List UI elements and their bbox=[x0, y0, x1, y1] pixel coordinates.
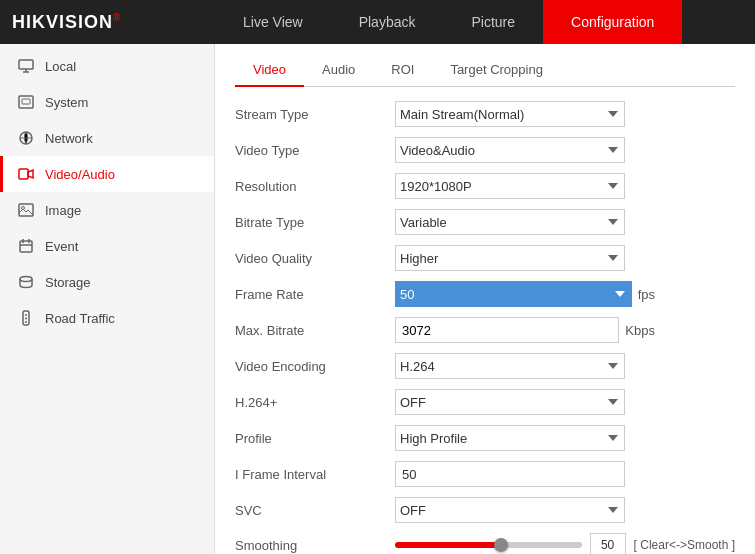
max-bitrate-row: Max. Bitrate Kbps bbox=[235, 317, 735, 343]
video-encoding-control: H.264 H.265 bbox=[395, 353, 625, 379]
main-content: Video Audio ROI Target Cropping Stream T… bbox=[215, 44, 755, 554]
svg-point-12 bbox=[25, 321, 27, 323]
i-frame-interval-row: I Frame Interval bbox=[235, 461, 735, 487]
bitrate-type-select[interactable]: Variable Constant bbox=[395, 209, 625, 235]
frame-rate-row: Frame Rate 12345 6781012 15162025 50 fps bbox=[235, 281, 735, 307]
nav-playback[interactable]: Playback bbox=[331, 0, 444, 44]
fps-label: fps bbox=[638, 287, 655, 302]
smoothing-value: 50 bbox=[590, 533, 626, 554]
video-quality-label: Video Quality bbox=[235, 251, 395, 266]
resolution-label: Resolution bbox=[235, 179, 395, 194]
video-type-select[interactable]: Video&Audio Video bbox=[395, 137, 625, 163]
max-bitrate-input[interactable] bbox=[395, 317, 619, 343]
stream-type-row: Stream Type Main Stream(Normal) Sub Stre… bbox=[235, 101, 735, 127]
sidebar-item-system[interactable]: System bbox=[0, 84, 214, 120]
sidebar-item-video-audio[interactable]: Video/Audio bbox=[0, 156, 214, 192]
kbps-label: Kbps bbox=[625, 323, 655, 338]
resolution-control: 1920*1080P 1280*720P bbox=[395, 173, 625, 199]
bitrate-type-control: Variable Constant bbox=[395, 209, 625, 235]
sidebar-label-storage: Storage bbox=[45, 275, 91, 290]
h264-plus-label: H.264+ bbox=[235, 395, 395, 410]
video-encoding-select[interactable]: H.264 H.265 bbox=[395, 353, 625, 379]
system-icon bbox=[17, 93, 35, 111]
video-quality-select[interactable]: Lowest Lower Medium Higher Highest bbox=[395, 245, 625, 271]
sidebar-label-video-audio: Video/Audio bbox=[45, 167, 115, 182]
smoothing-slider-track bbox=[395, 542, 582, 548]
nav-live-view[interactable]: Live View bbox=[215, 0, 331, 44]
i-frame-interval-input[interactable] bbox=[395, 461, 625, 487]
video-encoding-row: Video Encoding H.264 H.265 bbox=[235, 353, 735, 379]
sidebar-item-local[interactable]: Local bbox=[0, 48, 214, 84]
monitor-icon bbox=[17, 57, 35, 75]
video-type-label: Video Type bbox=[235, 143, 395, 158]
network-icon bbox=[17, 129, 35, 147]
tab-roi[interactable]: ROI bbox=[373, 54, 432, 87]
i-frame-interval-control bbox=[395, 461, 625, 487]
bitrate-wrap: Kbps bbox=[395, 317, 655, 343]
image-icon bbox=[17, 201, 35, 219]
nav-items: Live View Playback Picture Configuration bbox=[215, 0, 755, 44]
smoothing-wrap: 50 [ Clear<->Smooth ] bbox=[395, 533, 735, 554]
video-icon bbox=[17, 165, 35, 183]
main-layout: Local System Network Video/Audio bbox=[0, 44, 755, 554]
logo-area: HIKVISION® bbox=[0, 12, 215, 33]
frame-rate-select[interactable]: 12345 6781012 15162025 50 bbox=[395, 281, 632, 307]
stream-type-label: Stream Type bbox=[235, 107, 395, 122]
resolution-select[interactable]: 1920*1080P 1280*720P bbox=[395, 173, 625, 199]
video-type-control: Video&Audio Video bbox=[395, 137, 625, 163]
sidebar-item-road-traffic[interactable]: Road Traffic bbox=[0, 300, 214, 336]
sidebar-item-network[interactable]: Network bbox=[0, 120, 214, 156]
profile-label: Profile bbox=[235, 431, 395, 446]
sidebar-label-network: Network bbox=[45, 131, 93, 146]
sidebar-label-image: Image bbox=[45, 203, 81, 218]
sub-tabs: Video Audio ROI Target Cropping bbox=[235, 54, 735, 87]
video-encoding-label: Video Encoding bbox=[235, 359, 395, 374]
svg-rect-1 bbox=[19, 96, 33, 108]
video-type-row: Video Type Video&Audio Video bbox=[235, 137, 735, 163]
nav-picture[interactable]: Picture bbox=[443, 0, 543, 44]
brand-name: HIKVISION® bbox=[12, 12, 121, 33]
sidebar: Local System Network Video/Audio bbox=[0, 44, 215, 554]
frame-rate-wrap: 12345 6781012 15162025 50 fps bbox=[395, 281, 655, 307]
svc-row: SVC OFF ON bbox=[235, 497, 735, 523]
tab-target-cropping[interactable]: Target Cropping bbox=[432, 54, 561, 87]
video-quality-row: Video Quality Lowest Lower Medium Higher… bbox=[235, 245, 735, 271]
resolution-row: Resolution 1920*1080P 1280*720P bbox=[235, 173, 735, 199]
storage-icon bbox=[17, 273, 35, 291]
top-nav: HIKVISION® Live View Playback Picture Co… bbox=[0, 0, 755, 44]
video-quality-control: Lowest Lower Medium Higher Highest bbox=[395, 245, 625, 271]
sidebar-label-system: System bbox=[45, 95, 88, 110]
stream-type-select[interactable]: Main Stream(Normal) Sub Stream bbox=[395, 101, 625, 127]
svg-point-8 bbox=[20, 277, 32, 282]
profile-row: Profile Baseline Profile Main Profile Hi… bbox=[235, 425, 735, 451]
svg-rect-7 bbox=[20, 241, 32, 252]
svg-rect-2 bbox=[22, 99, 30, 104]
smoothing-slider-thumb[interactable] bbox=[494, 538, 508, 552]
stream-type-control: Main Stream(Normal) Sub Stream bbox=[395, 101, 625, 127]
brand-name-text: HIKVISION bbox=[12, 12, 113, 32]
sidebar-label-road-traffic: Road Traffic bbox=[45, 311, 115, 326]
svc-select[interactable]: OFF ON bbox=[395, 497, 625, 523]
trademark: ® bbox=[113, 12, 121, 23]
svg-rect-4 bbox=[19, 169, 28, 179]
sidebar-item-event[interactable]: Event bbox=[0, 228, 214, 264]
svg-point-11 bbox=[25, 318, 27, 320]
h264-plus-select[interactable]: OFF ON bbox=[395, 389, 625, 415]
sidebar-label-event: Event bbox=[45, 239, 78, 254]
smoothing-row: Smoothing 50 [ Clear<->Smooth ] bbox=[235, 533, 735, 554]
tab-video[interactable]: Video bbox=[235, 54, 304, 87]
profile-control: Baseline Profile Main Profile High Profi… bbox=[395, 425, 625, 451]
smoothing-label: Smoothing bbox=[235, 538, 395, 553]
svc-label: SVC bbox=[235, 503, 395, 518]
sidebar-item-image[interactable]: Image bbox=[0, 192, 214, 228]
bitrate-type-label: Bitrate Type bbox=[235, 215, 395, 230]
frame-rate-label: Frame Rate bbox=[235, 287, 395, 302]
svg-rect-5 bbox=[19, 204, 33, 216]
nav-configuration[interactable]: Configuration bbox=[543, 0, 682, 44]
sidebar-item-storage[interactable]: Storage bbox=[0, 264, 214, 300]
svg-rect-0 bbox=[19, 60, 33, 69]
profile-select[interactable]: Baseline Profile Main Profile High Profi… bbox=[395, 425, 625, 451]
tab-audio[interactable]: Audio bbox=[304, 54, 373, 87]
bitrate-type-row: Bitrate Type Variable Constant bbox=[235, 209, 735, 235]
h264-plus-row: H.264+ OFF ON bbox=[235, 389, 735, 415]
